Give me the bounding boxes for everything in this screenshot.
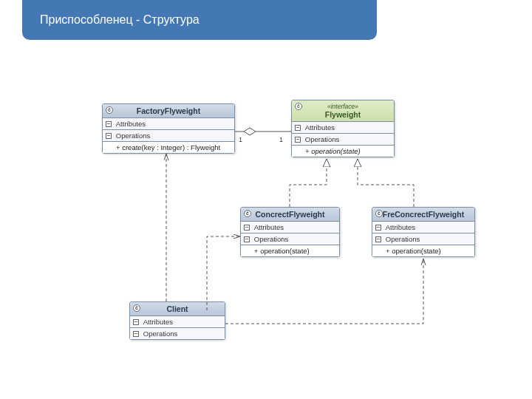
class-icon: ĉ (375, 210, 383, 217)
collapse-icon: − (375, 236, 381, 242)
compartment-label: Attributes (143, 318, 173, 326)
class-concrete-flyweight: ĉ ConcrectFlyweight − Attributes − Opera… (240, 207, 340, 257)
collapse-icon: − (295, 137, 301, 143)
compartment-label: Attributes (254, 223, 284, 231)
dependency-client-concrete (207, 236, 240, 310)
operations-compartment: − Operations (372, 233, 474, 245)
multiplicity-label: 1 (239, 136, 242, 143)
operation-item: + create(key : Integer) : Flyweight (103, 142, 234, 153)
compartment-label: Operations (143, 330, 177, 338)
operations-compartment: − Operations (130, 328, 225, 339)
operations-compartment: − Operations (103, 130, 234, 142)
collapse-icon: − (244, 225, 250, 231)
dependency-client-free (225, 259, 423, 324)
class-name: Flyweight (325, 110, 361, 119)
compartment-label: Attributes (386, 223, 415, 231)
collapse-icon: − (133, 319, 139, 325)
interface-flyweight: ĉ «interface» Flyweight − Attributes − O… (291, 100, 395, 157)
compartment-label: Operations (116, 132, 150, 140)
collapse-icon: − (106, 121, 112, 127)
compartment-label: Attributes (305, 123, 335, 132)
operation-item: + operation(state) (292, 146, 394, 157)
class-icon: ĉ (244, 210, 251, 217)
compartment-label: Attributes (116, 120, 146, 128)
class-icon: ĉ (133, 304, 140, 312)
stereotype: «interface» (296, 103, 389, 110)
realization-concrete (290, 159, 327, 207)
attributes-compartment: − Attributes (292, 122, 394, 134)
class-title: ĉ FreConcrectFlyweight (372, 208, 474, 222)
class-name: FactoryFlyweight (137, 106, 200, 115)
attributes-compartment: − Attributes (130, 316, 225, 328)
operation-item: + operation(state) (241, 245, 339, 256)
collapse-icon: − (133, 331, 139, 337)
class-client: ĉ Client − Attributes − Operations (129, 301, 225, 340)
class-title: ĉ FactoryFlyweight (103, 104, 234, 118)
compartment-label: Operations (305, 135, 339, 143)
attributes-compartment: − Attributes (103, 118, 234, 130)
class-name: Client (166, 304, 188, 313)
operations-compartment: − Operations (292, 134, 394, 146)
class-free-concrete-flyweight: ĉ FreConcrectFlyweight − Attributes − Op… (372, 207, 475, 257)
collapse-icon: − (295, 125, 301, 131)
aggregation-diamond (244, 128, 256, 135)
collapse-icon: − (375, 225, 381, 231)
attributes-compartment: − Attributes (372, 222, 474, 233)
collapse-icon: − (244, 236, 250, 242)
compartment-label: Operations (254, 235, 288, 243)
class-title: ĉ Client (130, 302, 225, 316)
class-icon: ĉ (106, 106, 113, 114)
interface-icon: ĉ (295, 103, 302, 110)
class-title: ĉ «interface» Flyweight (292, 100, 394, 122)
class-name: ConcrectFlyweight (256, 210, 325, 219)
slide-title: Приспособленец - Структура (40, 13, 200, 26)
connectors-layer (0, 0, 532, 399)
attributes-compartment: − Attributes (241, 222, 339, 233)
multiplicity-label: 1 (279, 136, 283, 143)
class-name: FreConcrectFlyweight (383, 210, 464, 219)
operation-item: + operation(state) (372, 245, 474, 256)
class-factory-flyweight: ĉ FactoryFlyweight − Attributes − Operat… (102, 103, 235, 154)
collapse-icon: − (106, 133, 112, 139)
operations-compartment: − Operations (241, 233, 339, 245)
slide-header: Приспособленец - Структура (22, 0, 377, 40)
realization-free (358, 159, 414, 207)
class-title: ĉ ConcrectFlyweight (241, 208, 339, 222)
compartment-label: Operations (386, 235, 420, 243)
